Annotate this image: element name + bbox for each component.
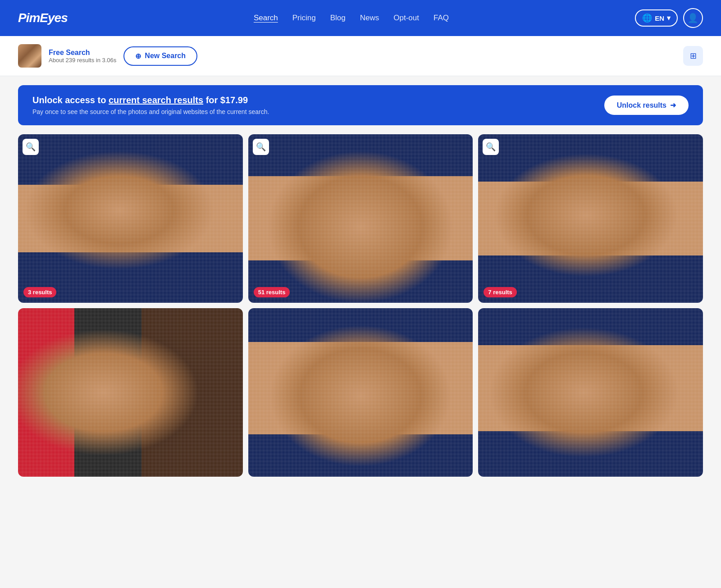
unlock-text: Unlock access to current search results … [32, 95, 269, 115]
user-account-button[interactable]: 👤 [683, 8, 703, 28]
pixel-overlay [18, 134, 243, 303]
pimeyes-badge-1: 🔍 [23, 139, 39, 155]
search-meta: About 239 results in 3.06s [49, 57, 116, 64]
unlock-button-label: Unlock results [617, 101, 666, 109]
nav-optout[interactable]: Opt-out [393, 14, 419, 23]
result-card-6[interactable] [478, 308, 703, 477]
filter-button[interactable]: ⊞ [683, 46, 703, 66]
arrow-right-icon: ➜ [670, 101, 676, 109]
pixel-overlay [248, 134, 473, 303]
header: PimEyes Search Pricing Blog News Opt-out… [0, 0, 721, 36]
nav-search[interactable]: Search [254, 14, 278, 23]
search-circle-icon: ⊕ [135, 52, 141, 60]
pixel-overlay [248, 308, 473, 477]
nav-blog[interactable]: Blog [330, 14, 346, 23]
result-card-3[interactable]: 🔍 7 results [478, 134, 703, 303]
unlock-results-button[interactable]: Unlock results ➜ [604, 96, 689, 115]
result-card-4[interactable] [18, 308, 243, 477]
lang-label: EN [655, 14, 664, 22]
pimeyes-badge-3: 🔍 [483, 139, 499, 155]
results-count-2: 51 results [254, 287, 290, 297]
logo[interactable]: PimEyes [18, 11, 68, 25]
search-info: Free Search About 239 results in 3.06s [49, 49, 116, 64]
main-nav: Search Pricing Blog News Opt-out FAQ [254, 14, 449, 23]
pixel-overlay [478, 308, 703, 477]
result-card-1[interactable]: 🔍 3 results [18, 134, 243, 303]
language-button[interactable]: 🌐 EN ▾ [635, 9, 678, 27]
new-search-button[interactable]: ⊕ New Search [123, 46, 197, 66]
new-search-label: New Search [145, 52, 186, 60]
search-bar: Free Search About 239 results in 3.06s ⊕… [0, 36, 721, 76]
filter-icon: ⊞ [690, 51, 697, 61]
unlock-heading-prefix: Unlock access to [32, 95, 109, 105]
nav-faq[interactable]: FAQ [434, 14, 449, 23]
pixel-overlay [18, 308, 243, 477]
result-card-5[interactable] [248, 308, 473, 477]
nav-news[interactable]: News [360, 14, 379, 23]
pixel-overlay [478, 134, 703, 303]
search-thumbnail [18, 44, 41, 68]
results-count-3: 7 results [484, 287, 516, 297]
results-grid: 🔍 3 results 🔍 51 results 🔍 7 results [0, 134, 721, 495]
nav-pricing[interactable]: Pricing [292, 14, 316, 23]
pimeyes-badge-2: 🔍 [253, 139, 269, 155]
thumbnail-image [18, 44, 41, 68]
header-right: 🌐 EN ▾ 👤 [635, 8, 703, 28]
globe-icon: 🌐 [642, 13, 652, 23]
chevron-down-icon: ▾ [667, 14, 671, 22]
user-icon: 👤 [687, 13, 698, 23]
results-count-1: 3 results [23, 287, 56, 297]
unlock-body: Pay once to see the source of the photos… [32, 108, 269, 115]
unlock-heading-suffix: for $17.99 [203, 95, 248, 105]
search-left: Free Search About 239 results in 3.06s ⊕… [18, 44, 197, 68]
unlock-heading: Unlock access to current search results … [32, 95, 269, 105]
result-card-2[interactable]: 🔍 51 results [248, 134, 473, 303]
unlock-banner: Unlock access to current search results … [18, 85, 703, 125]
free-search-label: Free Search [49, 49, 116, 57]
unlock-heading-link[interactable]: current search results [109, 95, 203, 105]
